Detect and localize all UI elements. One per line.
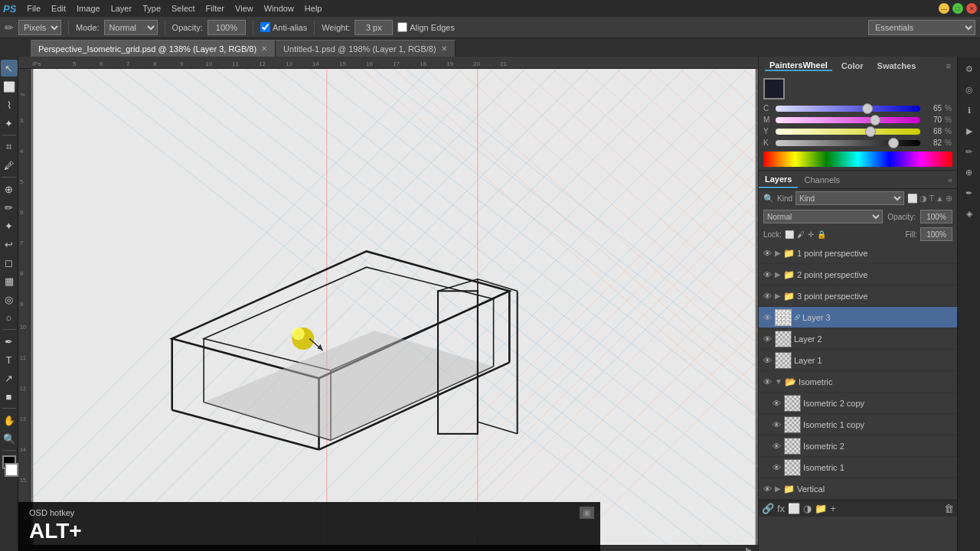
tool-gradient[interactable]: ▦: [1, 272, 18, 289]
vis-layer3[interactable]: 👁: [762, 313, 773, 322]
color-tab[interactable]: Color: [837, 61, 868, 70]
anti-alias-checkbox[interactable]: [260, 22, 270, 32]
minimize-button[interactable]: —: [939, 3, 949, 14]
group-arrow-2pt[interactable]: ▶: [775, 270, 781, 279]
tool-path-select[interactable]: ↗: [1, 370, 18, 386]
menu-help[interactable]: Help: [300, 2, 327, 15]
filter-adjustment-icon[interactable]: ◑: [920, 194, 927, 204]
vis-vertical[interactable]: 👁: [762, 484, 773, 494]
y-slider[interactable]: [776, 129, 920, 135]
menu-type[interactable]: Type: [138, 2, 165, 15]
lock-transparent-btn[interactable]: ⬜: [785, 230, 794, 239]
tool-clone[interactable]: ✦: [1, 217, 18, 234]
blend-mode-select[interactable]: Normal: [763, 210, 883, 223]
panel-menu-icon[interactable]: ≡: [946, 61, 951, 70]
add-style-btn[interactable]: fx: [777, 503, 785, 514]
layer-item-1pt[interactable]: 👁 ▶ 📁 1 point perspective: [759, 243, 957, 264]
lock-position-btn[interactable]: ✛: [808, 230, 814, 239]
panel-icon-history[interactable]: ◎: [960, 80, 978, 99]
layer-item-3pt[interactable]: 👁 ▶ 📁 3 point perspective: [759, 285, 957, 307]
delete-layer-btn[interactable]: 🗑: [944, 503, 954, 514]
panel-icon-info[interactable]: ℹ: [960, 101, 978, 119]
panel-icon-paths[interactable]: ✒: [960, 184, 978, 202]
vis-iso1[interactable]: 👁: [771, 463, 782, 472]
add-group-btn[interactable]: 📁: [815, 503, 827, 514]
group-arrow-1pt[interactable]: ▶: [775, 249, 781, 257]
tool-zoom[interactable]: 🔍: [1, 430, 18, 447]
vis-isometric[interactable]: 👁: [762, 377, 773, 386]
menu-edit[interactable]: Edit: [47, 2, 70, 15]
color-preview[interactable]: [763, 78, 785, 99]
tool-text[interactable]: T: [1, 351, 18, 368]
tool-history-brush[interactable]: ↩: [1, 236, 18, 253]
filter-pixel-icon[interactable]: ⬜: [907, 194, 918, 204]
vis-layer1[interactable]: 👁: [762, 356, 773, 365]
anti-alias-checkbox-label[interactable]: Anti-alias: [260, 22, 307, 32]
menu-window[interactable]: Window: [260, 2, 299, 15]
layer-kind-select[interactable]: Kind: [795, 191, 904, 205]
tool-heal[interactable]: ⊕: [1, 181, 18, 197]
vis-2pt[interactable]: 👁: [762, 270, 773, 279]
vis-3pt[interactable]: 👁: [762, 292, 773, 301]
group-arrow-3pt[interactable]: ▶: [775, 292, 781, 300]
menu-file[interactable]: File: [22, 2, 45, 15]
opacity-input[interactable]: [207, 20, 246, 35]
add-adjustment-btn[interactable]: ◑: [803, 503, 812, 514]
layer-item-layer1[interactable]: 👁 Layer 1: [759, 350, 957, 371]
layer-item-vertical[interactable]: 👁 ▶ 📁 Vertical: [759, 478, 957, 500]
panel-icon-tools[interactable]: ⚙: [960, 60, 978, 78]
layer-item-isometric[interactable]: 👁 ▼ 📂 Isometric: [759, 371, 957, 393]
filter-smart-icon[interactable]: ⊕: [946, 194, 952, 204]
group-arrow-isometric[interactable]: ▼: [775, 377, 782, 386]
tool-shape[interactable]: ■: [1, 388, 18, 405]
layer-item-2pt[interactable]: 👁 ▶ 📁 2 point perspective: [759, 264, 957, 285]
panel-icon-clone[interactable]: ⊕: [960, 163, 978, 181]
lock-paint-btn[interactable]: 🖌: [797, 230, 805, 239]
tool-dodge[interactable]: ○: [1, 309, 18, 326]
close-button[interactable]: ✕: [966, 3, 977, 14]
m-slider[interactable]: [776, 117, 920, 123]
workspace-select[interactable]: Essentials: [868, 20, 975, 35]
layer-item-iso1copy[interactable]: 👁 Isometric 1 copy: [759, 414, 957, 435]
vis-iso2copy[interactable]: 👁: [771, 399, 782, 408]
tab-perspective-grid[interactable]: Perspective_Isometric_grid.psd @ 138% (L…: [31, 40, 276, 57]
lock-all-btn[interactable]: 🔒: [817, 230, 826, 239]
filter-shape-icon[interactable]: ▲: [936, 194, 944, 204]
link-layers-btn[interactable]: 🔗: [762, 503, 774, 514]
align-edges-checkbox[interactable]: [397, 22, 407, 32]
align-edges-label[interactable]: Align Edges: [397, 22, 455, 32]
opacity-input-layers[interactable]: [920, 210, 952, 223]
menu-image[interactable]: Image: [72, 2, 105, 15]
mode-select[interactable]: Normal: [104, 20, 158, 35]
k-slider[interactable]: [776, 140, 920, 146]
layer-item-layer2[interactable]: 👁 Layer 2: [759, 328, 957, 350]
filter-type-icon[interactable]: T: [929, 194, 934, 204]
color-spectrum-bar[interactable]: [763, 152, 952, 167]
tab-close-1[interactable]: ✕: [441, 44, 447, 53]
layer-item-iso2copy[interactable]: 👁 Isometric 2 copy: [759, 393, 957, 414]
background-color[interactable]: [5, 463, 18, 477]
group-arrow-vertical[interactable]: ▶: [775, 484, 781, 493]
vis-iso1copy[interactable]: 👁: [771, 420, 782, 429]
layers-tab[interactable]: Layers: [759, 171, 798, 188]
layer-item-iso1[interactable]: 👁 Isometric 1: [759, 457, 957, 478]
tool-brush[interactable]: ✏: [1, 199, 18, 216]
tool-blur[interactable]: ◎: [1, 291, 18, 308]
panel-icon-channels-side[interactable]: ◈: [960, 204, 978, 223]
tool-eyedropper[interactable]: 🖉: [1, 157, 18, 174]
layers-collapse-btn[interactable]: «: [943, 175, 957, 184]
vis-iso2[interactable]: 👁: [771, 442, 782, 451]
menu-view[interactable]: View: [230, 2, 258, 15]
vis-1pt[interactable]: 👁: [762, 249, 773, 258]
tab-close-0[interactable]: ✕: [261, 44, 267, 53]
canvas-area[interactable]: [31, 69, 758, 545]
weight-input[interactable]: [354, 20, 393, 35]
menu-layer[interactable]: Layer: [106, 2, 137, 15]
unit-select[interactable]: Pixels: [18, 20, 61, 35]
fill-input[interactable]: [920, 227, 952, 241]
menu-filter[interactable]: Filter: [201, 2, 229, 15]
tool-crop[interactable]: ⌗: [1, 139, 18, 155]
tool-move[interactable]: ↖: [1, 60, 18, 77]
panel-icon-actions[interactable]: ▶: [960, 122, 978, 140]
tool-marquee[interactable]: ⬜: [1, 78, 18, 95]
